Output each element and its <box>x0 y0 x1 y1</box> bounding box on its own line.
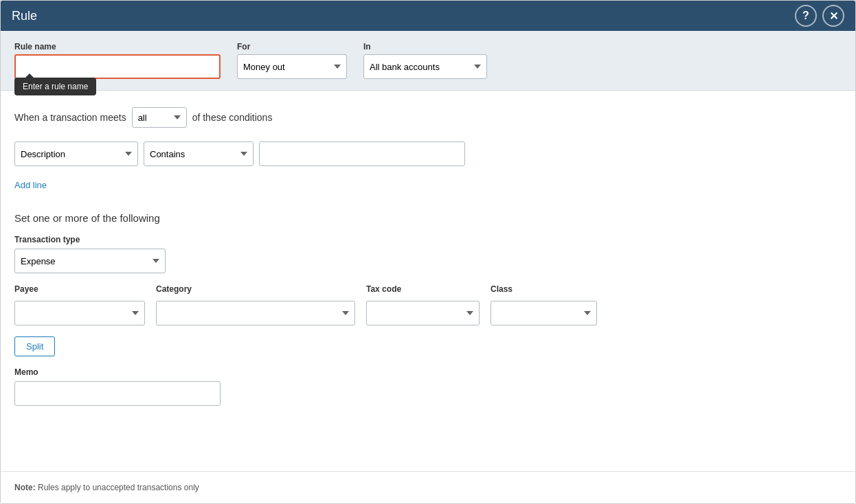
of-text: of these conditions <box>192 112 273 123</box>
split-button[interactable]: Split <box>14 336 55 356</box>
for-select[interactable]: Money out Money in <box>237 54 347 79</box>
taxcode-label: Tax code <box>366 284 480 294</box>
condition-row: Description Amount Reference Particulars… <box>14 141 842 166</box>
memo-label: Memo <box>14 367 842 377</box>
rule-name-group: Rule name <box>14 42 221 79</box>
memo-input[interactable] <box>14 381 221 406</box>
in-select[interactable]: All bank accounts <box>363 54 487 79</box>
when-text: When a transaction meets <box>14 112 126 123</box>
header-icons: ? ✕ <box>795 5 844 27</box>
taxcode-group: Tax code <box>366 284 480 325</box>
condition-operator-select[interactable]: Contains Doesn't contain Starts with End… <box>144 141 254 166</box>
rule-name-label: Rule name <box>14 42 221 51</box>
category-select[interactable] <box>156 301 355 325</box>
transaction-type-select[interactable]: Expense Income Transfer <box>14 249 166 273</box>
memo-section: Memo <box>14 367 842 406</box>
rule-name-input[interactable] <box>14 54 221 79</box>
in-label: In <box>363 42 487 51</box>
modal-header: Rule ? ✕ <box>1 1 855 31</box>
class-label: Class <box>491 284 597 294</box>
for-group: For Money out Money in <box>237 42 347 79</box>
add-line-button[interactable]: Add line <box>14 177 47 193</box>
rule-modal: Rule ? ✕ Rule name For Money out Money i… <box>0 0 856 504</box>
close-button[interactable]: ✕ <box>822 5 844 27</box>
conditions-header: When a transaction meets all any of thes… <box>14 107 842 128</box>
in-group: In All bank accounts <box>363 42 487 79</box>
help-button[interactable]: ? <box>795 5 817 27</box>
meet-select[interactable]: all any <box>132 107 187 128</box>
transaction-type-label: Transaction type <box>14 235 842 244</box>
category-label: Category <box>156 284 355 294</box>
for-label: For <box>237 42 347 51</box>
tooltip: Enter a rule name <box>14 78 96 95</box>
condition-field-select[interactable]: Description Amount Reference Particulars… <box>14 141 138 166</box>
class-select[interactable] <box>491 301 597 325</box>
taxcode-select[interactable] <box>366 301 480 325</box>
category-group: Category <box>156 284 355 325</box>
payee-label: Payee <box>14 284 145 294</box>
modal-title: Rule <box>12 9 37 23</box>
payee-row: Payee Category Tax code Class <box>14 284 842 325</box>
payee-select[interactable] <box>14 301 145 325</box>
class-group: Class <box>491 284 597 325</box>
modal-body: When a transaction meets all any of thes… <box>1 91 855 471</box>
top-bar: Rule name For Money out Money in In All … <box>1 31 855 91</box>
transaction-type-section: Transaction type Expense Income Transfer <box>14 235 842 273</box>
payee-group: Payee <box>14 284 145 325</box>
note-text: Rules apply to unaccepted transactions o… <box>36 483 199 492</box>
note-bold: Note: <box>14 483 36 492</box>
set-section-title: Set one or more of the following <box>14 212 842 224</box>
note-bar: Note: Rules apply to unaccepted transact… <box>1 471 855 503</box>
condition-value-input[interactable] <box>259 141 465 166</box>
